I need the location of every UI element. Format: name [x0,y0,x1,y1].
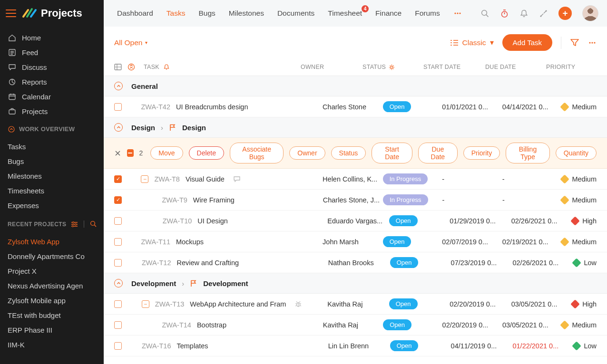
tab-milestones[interactable]: Milestones [229,9,264,18]
task-status[interactable]: Open [383,319,442,330]
group-header[interactable]: Design› Design [104,117,607,138]
sel-action-start date[interactable]: Start Date [372,143,412,163]
filter-icon[interactable] [570,38,579,48]
row-checkbox[interactable] [114,321,122,329]
tools-icon[interactable] [539,9,548,18]
select-all-checkbox[interactable] [127,149,134,157]
sidebar-section-work-overview[interactable]: WORK OVERVIEW [0,119,104,135]
tab-bugs[interactable]: Bugs [198,9,215,18]
group-header[interactable]: Development› Development [104,273,607,294]
recent-project-item[interactable]: Donnelly Apartments Co [0,249,104,264]
table-body[interactable]: General ZWA-T42 UI Breadcrumbs design Ch… [104,76,607,364]
sel-action-billing type[interactable]: Billing Type [506,143,550,163]
sel-action-delete[interactable]: Delete [189,146,224,160]
task-status[interactable]: Open [389,215,450,226]
col-task[interactable]: TASK [144,64,301,70]
tab-forums[interactable]: Forums [415,9,440,18]
sel-action-owner[interactable]: Owner [289,146,325,160]
tab-dashboard[interactable]: Dashboard [117,9,153,18]
task-status[interactable]: Open [390,340,451,351]
sidebar-item-discuss[interactable]: Discuss [0,60,104,75]
recent-project-item[interactable]: TEst with budget [0,308,104,323]
task-row[interactable]: ZWA-T42 UI Breadcrumbs design Charles St… [104,96,607,117]
task-status[interactable]: In Progress [383,173,442,184]
task-status[interactable]: In Progress [383,194,442,205]
task-row[interactable]: ZWA-T10 UI Design Eduardo Vargas... Open… [104,211,607,231]
bug-icon[interactable] [294,300,302,308]
subtask-toggle-icon[interactable]: − [142,300,149,308]
sel-action-due date[interactable]: Due Date [418,143,458,163]
col-status[interactable]: STATUS [362,64,423,70]
sidebar-item-tasks[interactable]: Tasks [0,139,104,154]
sidebar-item-reports[interactable]: Reports [0,75,104,89]
row-checkbox[interactable] [114,259,122,267]
task-row[interactable]: ZWA-T11 Mockups John Marsh Open 02/07/20… [104,231,607,252]
row-checkbox[interactable] [114,103,122,111]
filter-dropdown[interactable]: All Open ▾ [114,38,147,47]
add-task-button[interactable]: Add Task [502,34,552,51]
task-priority[interactable]: Low [573,342,597,350]
sel-action-move[interactable]: Move [150,146,183,160]
group-header[interactable]: General [104,76,607,96]
recent-project-item[interactable]: Project X [0,264,104,278]
timer-icon[interactable] [500,9,509,18]
view-dropdown[interactable]: Classic ▾ [450,38,494,47]
col-owner[interactable]: OWNER [301,64,362,70]
tab-tasks[interactable]: Tasks [166,9,186,18]
tab-finance[interactable]: Finance [375,9,401,18]
recent-project-item[interactable]: Zylsoft Web App [0,234,104,249]
collapse-group-icon[interactable] [114,279,123,287]
sel-action-status[interactable]: Status [331,146,366,160]
task-row[interactable]: ZWA-T12 Review and Crafting Nathan Brook… [104,252,607,273]
more-actions-icon[interactable] [588,38,597,47]
row-checkbox[interactable] [114,217,122,225]
sidebar-item-bugs[interactable]: Bugs [0,154,104,169]
tab-documents[interactable]: Documents [277,9,314,18]
sidebar-item-timesheets[interactable]: Timesheets [0,183,104,198]
col-due[interactable]: DUE DATE [485,64,546,70]
hamburger-icon[interactable] [6,10,16,17]
subtask-toggle-icon[interactable]: − [141,175,148,183]
task-priority[interactable]: Low [573,259,597,267]
task-row[interactable]: − ZWA-T8 Visual Guide Helen Collins, K..… [104,169,607,190]
recent-project-item[interactable]: Nexus Advertising Agen [0,278,104,293]
row-checkbox[interactable] [114,300,122,308]
columns-config-icon[interactable] [114,63,122,71]
bell-icon[interactable] [519,9,529,18]
collapse-group-icon[interactable] [114,82,123,90]
task-row[interactable]: ZWA-T14 Bootstrap Kavitha Raj Open 02/20… [104,315,607,335]
sidebar-item-projects[interactable]: Projects [0,104,104,119]
sidebar-item-milestones[interactable]: Milestones [0,169,104,183]
task-priority[interactable]: Medium [561,321,597,329]
search-icon[interactable] [480,9,490,18]
tab-timesheet[interactable]: Timesheet 4 [328,9,362,18]
sidebar-item-home[interactable]: Home [0,30,104,45]
task-row[interactable]: ZWA-T9 Wire Framing Charles Stone, J... … [104,190,607,211]
sel-action-quantity[interactable]: Quantity [556,146,597,160]
sidebar-item-calendar[interactable]: Calendar [0,89,104,104]
task-status[interactable]: Open [383,236,442,247]
task-status[interactable]: Open [383,101,442,112]
row-checkbox[interactable] [114,342,122,350]
more-tabs-icon[interactable] [453,9,462,18]
comment-icon[interactable] [233,175,241,183]
collapse-group-icon[interactable] [114,123,123,132]
search-icon[interactable] [90,220,97,228]
task-priority[interactable]: High [572,300,597,308]
task-status[interactable]: Open [390,257,451,268]
row-checkbox[interactable] [114,196,122,204]
recent-project-item[interactable]: Zylsoft Mobile app [0,293,104,308]
user-avatar[interactable] [582,5,598,21]
task-priority[interactable]: Medium [561,175,597,183]
collapse-all-icon[interactable] [127,63,135,71]
task-priority[interactable]: Medium [561,238,597,246]
col-priority[interactable]: PRIORITY [546,64,584,70]
row-checkbox[interactable] [114,238,122,246]
task-priority[interactable]: Medium [561,103,597,111]
task-row[interactable]: ZWA-T16 Templates Lin Lin Brenn Open 04/… [104,335,607,356]
sel-action-priority[interactable]: Priority [463,146,500,160]
task-priority[interactable]: High [572,217,597,225]
recent-project-item[interactable]: ERP Phase III [0,323,104,337]
close-icon[interactable] [114,150,121,157]
task-priority[interactable]: Medium [561,196,597,204]
